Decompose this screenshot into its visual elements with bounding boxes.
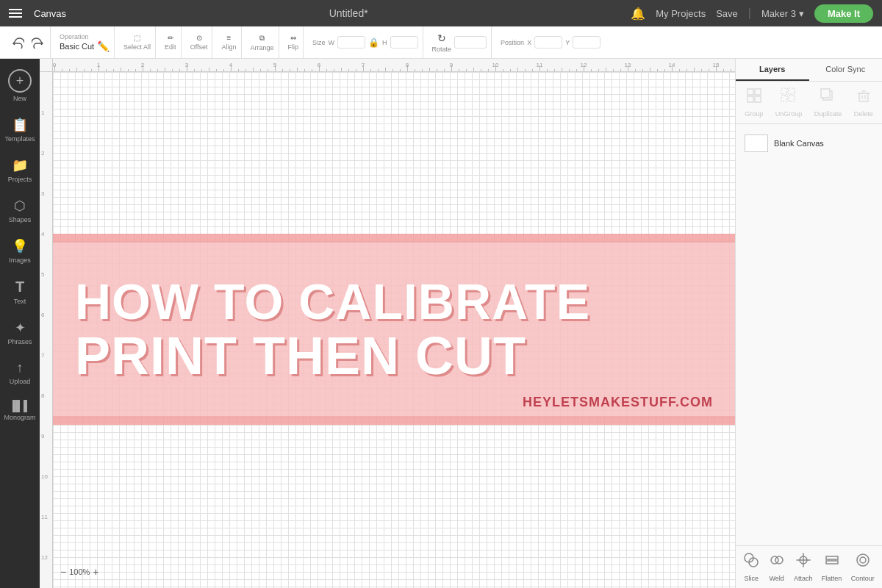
banner-line2: PRINT THEN CUT (75, 329, 713, 382)
slice-action[interactable]: Slice (743, 552, 759, 582)
canvas-label: Canvas (34, 8, 66, 19)
slice-icon (743, 552, 759, 572)
flip-group: ⇔ Flip (284, 26, 304, 58)
offset-icon: ⊙ (196, 34, 202, 42)
delete-label: Delete (854, 110, 873, 118)
height-input[interactable] (390, 36, 418, 49)
align-group: ≡ Align (217, 26, 241, 58)
rotate-input[interactable] (454, 36, 487, 49)
sidebar-item-new[interactable]: + New (0, 63, 40, 108)
make-it-button[interactable]: Make It (814, 4, 873, 23)
zoom-level: 100% (69, 567, 90, 576)
flip-item[interactable]: ⇔ Flip (288, 34, 299, 51)
y-input[interactable] (573, 36, 600, 49)
projects-icon: 📁 (12, 157, 28, 173)
offset-item[interactable]: ⊙ Offset (190, 34, 208, 51)
layer-thumbnail (745, 135, 768, 152)
svg-rect-0 (747, 89, 753, 95)
layer-name: Blank Canvas (774, 139, 824, 148)
banner-website: HEYLETSMAKESTUFF.COM (523, 395, 713, 410)
sidebar-item-monogram[interactable]: ▐▌▌ Monogram (0, 394, 40, 427)
align-icon: ≡ (227, 34, 232, 42)
edit-item[interactable]: ✏ Edit (165, 34, 176, 51)
right-panel: Layers Color Sync Group (735, 59, 882, 588)
chevron-down-icon: ▾ (799, 8, 804, 19)
sidebar-item-shapes[interactable]: ⬡ Shapes (0, 192, 40, 229)
width-input[interactable] (337, 36, 365, 49)
top-nav-right: 🔔 My Projects Save | Maker 3 ▾ Make It (631, 4, 873, 23)
svg-rect-4 (781, 88, 787, 94)
delete-action[interactable]: Delete (854, 87, 873, 118)
save-button[interactable]: Save (716, 8, 738, 19)
operation-text: Basic Cut (60, 42, 94, 51)
offset-group: ⊙ Offset (186, 26, 213, 58)
duplicate-action[interactable]: Duplicate (814, 87, 842, 118)
select-all-icon: ⬚ (134, 34, 140, 42)
sidebar-item-text[interactable]: T Text (0, 273, 40, 311)
canvas-area[interactable]: 0123456789101112131415 123456789101112 H… (40, 59, 735, 588)
main-area: + New 📋 Templates 📁 Projects ⬡ Shapes 💡 … (0, 59, 882, 588)
phrases-icon: ✦ (15, 320, 26, 336)
svg-rect-2 (747, 96, 753, 102)
layer-item-blank-canvas[interactable]: Blank Canvas (742, 130, 876, 157)
sidebar-item-projects[interactable]: 📁 Projects (0, 151, 40, 189)
tab-layers[interactable]: Layers (736, 59, 809, 81)
attach-action[interactable]: Attach (794, 552, 813, 582)
ruler-top-inner: 0123456789101112131415 (53, 59, 735, 71)
contour-icon (855, 552, 871, 572)
svg-rect-5 (789, 88, 795, 94)
notification-bell-icon[interactable]: 🔔 (631, 7, 645, 21)
undo-button[interactable] (10, 35, 26, 51)
upload-icon: ↑ (17, 360, 24, 376)
rotate-icon: ↻ (437, 32, 446, 44)
tab-color-sync[interactable]: Color Sync (809, 59, 883, 81)
redo-button[interactable] (29, 35, 46, 51)
sidebar-item-templates[interactable]: 📋 Templates (0, 111, 40, 148)
ungroup-label: UnGroup (775, 110, 803, 118)
zoom-in-button[interactable]: + (93, 566, 98, 578)
right-panel-tabs: Layers Color Sync (736, 59, 882, 82)
banner-line1: HOW TO CALIBRATE (75, 276, 713, 326)
edit-pencil-icon[interactable]: ✏️ (97, 40, 110, 52)
delete-icon (856, 87, 872, 107)
my-projects-link[interactable]: My Projects (656, 8, 706, 19)
zoom-out-button[interactable]: − (60, 566, 66, 578)
width-label: W (329, 39, 335, 46)
arrange-group: ⧉ Arrange (246, 26, 279, 58)
group-action[interactable]: Group (745, 87, 763, 118)
group-label: Group (745, 110, 763, 118)
svg-rect-16 (826, 556, 838, 559)
contour-action[interactable]: Contour (851, 552, 875, 582)
svg-rect-3 (755, 96, 761, 102)
weld-action[interactable]: Weld (769, 552, 785, 582)
select-all-group: ⬚ Select All (119, 26, 156, 58)
sidebar-item-images[interactable]: 💡 Images (0, 232, 40, 270)
sidebar-item-upload[interactable]: ↑ Upload (0, 354, 40, 391)
menu-icon[interactable] (9, 9, 22, 18)
canvas-content: HOW TO CALIBRATE PRINT THEN CUT HEYLETSM… (53, 72, 735, 588)
height-label: H (382, 39, 387, 46)
ungroup-action[interactable]: UnGroup (775, 87, 803, 118)
arrange-item[interactable]: ⧉ Arrange (251, 34, 274, 51)
size-group: Size W 🔒 H (308, 26, 423, 58)
banner-container[interactable]: HOW TO CALIBRATE PRINT THEN CUT HEYLETSM… (53, 234, 735, 425)
ruler-left: 123456789101112 (40, 72, 53, 588)
flip-icon: ⇔ (290, 34, 296, 42)
right-panel-actions: Group UnGroup (736, 82, 882, 124)
bottom-panel-actions: Slice Weld Attach (736, 545, 882, 588)
toolbar: Operation Basic Cut ✏️ ⬚ Select All ✏ Ed… (0, 26, 882, 59)
ruler-top: 0123456789101112131415 (53, 59, 735, 72)
x-label: X (527, 39, 531, 46)
arrange-icon: ⧉ (259, 34, 265, 43)
sidebar-item-phrases[interactable]: ✦ Phrases (0, 314, 40, 351)
machine-selector[interactable]: Maker 3 ▾ (761, 8, 804, 19)
operation-label: Operation (60, 33, 89, 40)
svg-point-14 (775, 556, 783, 564)
flatten-action[interactable]: Flatten (822, 552, 842, 582)
select-all-item[interactable]: ⬚ Select All (123, 34, 151, 51)
svg-rect-9 (821, 89, 830, 98)
svg-rect-6 (781, 96, 787, 101)
x-input[interactable] (534, 36, 562, 49)
align-item[interactable]: ≡ Align (221, 34, 236, 51)
document-title: Untitled* (78, 7, 619, 19)
